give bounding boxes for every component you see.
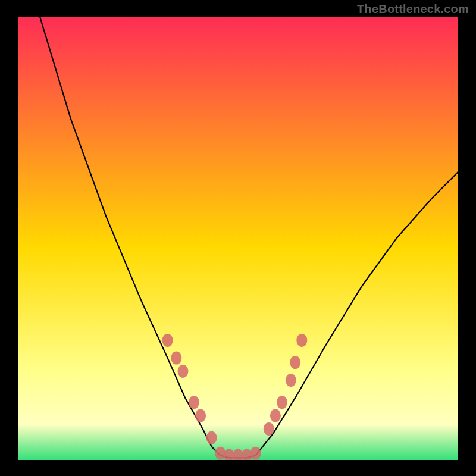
scatter-dot — [195, 409, 206, 422]
scatter-dot — [270, 409, 281, 422]
scatter-dot — [215, 447, 226, 460]
gradient-bg — [18, 17, 458, 460]
scatter-dot — [286, 374, 296, 387]
scatter-dot — [206, 431, 217, 444]
scatter-dot — [171, 352, 181, 365]
scatter-dot — [290, 356, 300, 369]
scatter-dot — [296, 334, 307, 347]
watermark-label: TheBottleneck.com — [357, 2, 469, 16]
plot-area — [18, 17, 458, 460]
scatter-dot — [277, 396, 287, 409]
scatter-dot — [189, 396, 199, 409]
chart-svg — [18, 17, 458, 460]
scatter-dot — [250, 447, 261, 460]
scatter-dot — [178, 365, 189, 378]
chart-frame: TheBottleneck.com — [0, 0, 476, 476]
scatter-dot — [264, 422, 274, 436]
scatter-dot — [162, 334, 173, 347]
